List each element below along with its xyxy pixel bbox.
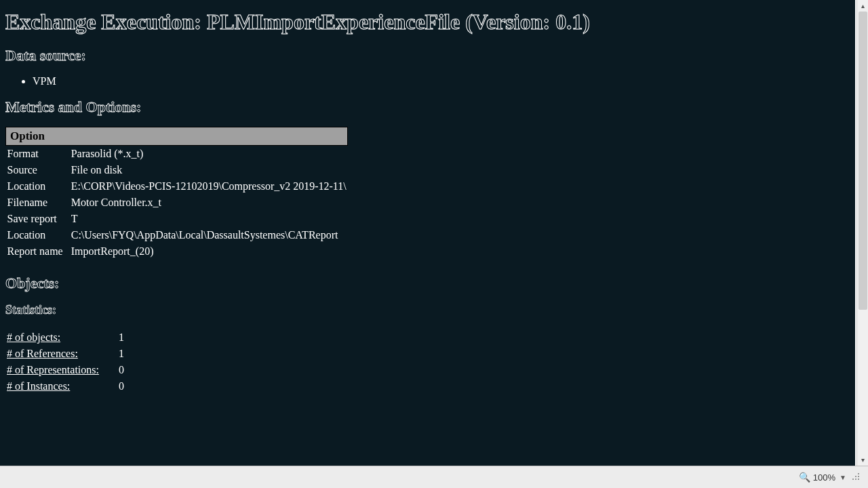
report-viewport: Exchange Execution: PLMImportExperienceF… bbox=[0, 0, 855, 466]
data-source-heading: Data source: bbox=[5, 47, 850, 64]
data-source-item: VPM bbox=[33, 75, 850, 87]
page-title: Exchange Execution: PLMImportExperienceF… bbox=[5, 9, 850, 35]
vertical-scrollbar[interactable]: ▴ ▾ bbox=[856, 0, 868, 466]
scrollbar-thumb[interactable] bbox=[859, 12, 867, 310]
table-row: LocationC:\Users\FYQ\AppData\Local\Dassa… bbox=[6, 227, 348, 243]
zoom-level[interactable]: 100% bbox=[813, 472, 835, 483]
table-row: # of Representations:0 bbox=[5, 362, 125, 378]
statistics-heading: Statistics: bbox=[5, 303, 850, 317]
objects-heading: Objects: bbox=[5, 274, 850, 292]
data-source-list: VPM bbox=[33, 75, 850, 87]
table-row: LocationE:\CORP\Videos-PCIS-12102019\Com… bbox=[6, 178, 348, 195]
metrics-heading: Metrics and Options: bbox=[5, 98, 850, 116]
table-row: # of Instances:0 bbox=[5, 378, 125, 394]
options-table: Option FormatParasolid (*.x_t) SourceFil… bbox=[5, 127, 348, 260]
table-row: Save reportT bbox=[6, 211, 348, 227]
scroll-down-arrow-icon[interactable]: ▾ bbox=[857, 454, 868, 466]
table-row: FormatParasolid (*.x_t) bbox=[6, 146, 348, 163]
table-row: # of References:1 bbox=[5, 346, 125, 362]
status-bar: 🔍 100% ▼ bbox=[0, 466, 868, 488]
resize-grip-icon[interactable] bbox=[852, 472, 861, 482]
table-row: FilenameMotor Controller.x_t bbox=[6, 195, 348, 211]
statistics-table: # of objects:1 # of References:1 # of Re… bbox=[5, 329, 125, 394]
scroll-up-arrow-icon[interactable]: ▴ bbox=[857, 0, 868, 12]
table-row: # of objects:1 bbox=[5, 329, 125, 346]
option-column-header: Option bbox=[6, 127, 348, 146]
table-row: Report nameImportReport_(20) bbox=[6, 243, 348, 260]
zoom-dropdown-icon[interactable]: ▼ bbox=[840, 474, 846, 481]
table-row: SourceFile on disk bbox=[6, 162, 348, 178]
magnifier-icon[interactable]: 🔍 bbox=[799, 472, 810, 483]
